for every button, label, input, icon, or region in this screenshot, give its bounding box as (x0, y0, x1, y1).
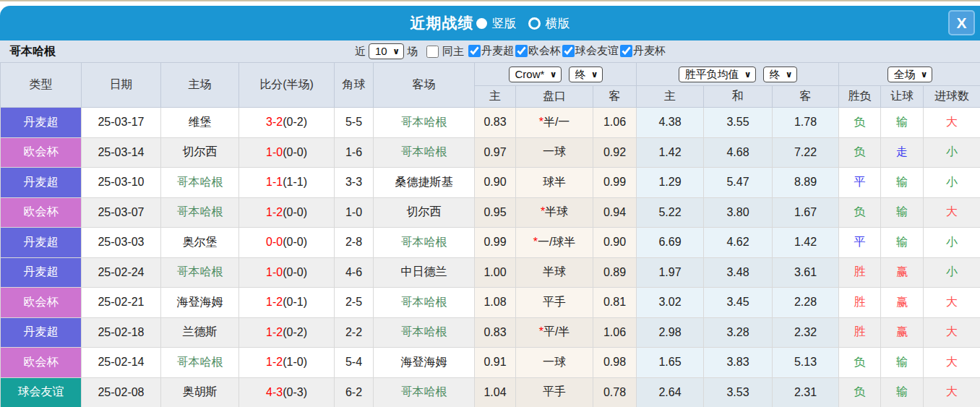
handicap-cell: 平手 (516, 377, 593, 407)
crown-home-odds: 0.97 (475, 137, 516, 168)
away-team: 切尔西 (374, 197, 475, 228)
league-filter-checkbox[interactable] (468, 45, 481, 57)
avg-win-odds: 4.38 (637, 108, 704, 138)
crown-home-odds: 0.90 (475, 168, 516, 198)
bookmaker-select[interactable]: Crow* (510, 67, 561, 82)
modal-titlebar: 近期战绩 竖版 横版 X (0, 6, 980, 40)
result-wdl: 胜 (839, 317, 881, 348)
page-top-edge (0, 0, 980, 6)
league-filter-checkbox[interactable] (620, 45, 632, 57)
crown-away-odds: 0.89 (593, 257, 637, 288)
avg-draw-odds: 4.68 (704, 137, 773, 168)
league-filter: 欧会杯 (514, 44, 561, 58)
bookmaker-header-group: Crow* 终 (475, 63, 637, 86)
avg-period-select[interactable]: 终 (764, 67, 796, 82)
league-filter-label[interactable]: 球会友谊 (575, 44, 619, 58)
avg-lose-odds: 1.78 (773, 108, 839, 138)
corner-cell: 5-4 (335, 348, 374, 378)
score-cell: 1-0(0-0) (239, 137, 335, 168)
league-filter: 丹麦超 (467, 44, 514, 58)
subheader-crown-home: 主 (475, 86, 516, 108)
result-handicap: 赢 (881, 288, 924, 318)
avg-draw-odds: 3.80 (704, 197, 773, 228)
score-cell: 1-1(1-1) (239, 168, 335, 198)
scope-select[interactable]: 全场 (888, 67, 932, 82)
avg-lose-odds: 7.22 (773, 137, 839, 168)
result-wdl: 负 (839, 197, 881, 228)
horizontal-layout-radio-icon[interactable] (528, 17, 541, 30)
avg-win-odds: 5.22 (637, 197, 704, 228)
avg-win-odds: 6.69 (637, 228, 704, 258)
handicap-cell: 半球 (516, 257, 593, 288)
result-goals: 小 (924, 257, 980, 288)
bookmaker-select-wrap: Crow* (509, 67, 562, 82)
result-wdl: 负 (839, 108, 881, 138)
handicap-cell: *半球 (516, 197, 593, 228)
result-handicap: 输 (881, 348, 924, 378)
handicap-cell: *半/一 (516, 108, 593, 138)
crown-home-odds: 0.91 (475, 348, 516, 378)
away-team: 哥本哈根 (374, 377, 475, 407)
avg-odds-select[interactable]: 胜平负均值 (679, 67, 755, 82)
bookmaker-period-select[interactable]: 终 (569, 67, 602, 82)
vertical-layout-option[interactable]: 竖版 (492, 15, 517, 32)
avg-win-odds: 1.65 (637, 348, 704, 378)
home-team: 奥尔堡 (161, 228, 239, 258)
results-table: 类型 日期 主场 比分(半场) 角球 客场 Crow* 终 胜平负均值 终 (0, 62, 980, 407)
subheader-handicap: 盘口 (516, 86, 593, 108)
crown-away-odds: 0.94 (593, 197, 637, 228)
league-filter: 丹麦杯 (619, 44, 666, 58)
recent-count-select[interactable]: 10 (369, 44, 403, 59)
close-icon[interactable]: X (948, 10, 975, 35)
league-filter: 球会友谊 (561, 44, 619, 58)
corner-cell: 2-2 (335, 317, 374, 348)
subheader-avg-draw: 和 (704, 86, 773, 108)
league-filter-checkbox[interactable] (515, 45, 528, 57)
table-row: 欧会杯25-03-14切尔西1-0(0-0)1-6哥本哈根0.97一球0.921… (1, 137, 980, 168)
results-table-header: 类型 日期 主场 比分(半场) 角球 客场 Crow* 终 胜平负均值 终 (1, 63, 980, 108)
vertical-layout-radio-icon[interactable] (476, 18, 487, 29)
handicap-cell: 球半 (516, 168, 593, 198)
league-badge: 欧会杯 (1, 348, 82, 378)
home-team: 切尔西 (161, 137, 239, 168)
table-row: 丹麦超25-03-03奥尔堡0-0(0-0)2-8哥本哈根0.99*一/球半0.… (1, 228, 980, 258)
home-team: 哥本哈根 (161, 168, 239, 198)
avg-draw-odds: 3.48 (704, 257, 773, 288)
horizontal-layout-option[interactable]: 横版 (546, 15, 570, 32)
league-filter-checkbox[interactable] (562, 45, 575, 57)
same-home-label: 同主 (442, 45, 464, 59)
score-cell: 1-2(1-0) (239, 348, 335, 378)
bookmaker-period-select-wrap: 终 (569, 67, 603, 82)
result-handicap: 输 (881, 228, 924, 258)
matches-label: 场 (407, 45, 418, 59)
avg-lose-odds: 2.32 (773, 317, 839, 348)
result-goals: 大 (924, 108, 980, 138)
league-badge: 丹麦超 (1, 317, 82, 348)
avg-win-odds: 3.02 (637, 288, 704, 318)
table-row: 欧会杯25-02-14哥本哈根1-2(1-0)5-4海登海姆0.91一球0.98… (1, 348, 980, 378)
avg-draw-odds: 3.83 (704, 348, 773, 378)
away-team: 哥本哈根 (374, 137, 475, 168)
corner-cell: 1-6 (335, 137, 374, 168)
handicap-cell: 平手 (516, 288, 593, 318)
score-cell: 1-0(0-0) (239, 257, 335, 288)
crown-home-odds: 0.83 (475, 108, 516, 138)
table-row: 丹麦超25-02-24哥本哈根1-0(0-0)4-6中日德兰1.00半球0.89… (1, 257, 980, 288)
col-header-type: 类型 (1, 63, 82, 108)
table-row: 球会友谊25-02-08奥胡斯4-3(0-3)6-2哥本哈根1.04平手0.78… (1, 377, 980, 407)
same-home-checkbox[interactable] (426, 46, 439, 58)
result-handicap: 输 (881, 108, 924, 138)
league-filter-label[interactable]: 丹麦杯 (633, 44, 666, 58)
avg-odds-select-wrap: 胜平负均值 (679, 67, 756, 82)
avg-lose-odds: 2.31 (773, 377, 839, 407)
recent-label: 近 (355, 45, 366, 59)
league-filter-label[interactable]: 丹麦超 (481, 44, 514, 58)
home-team: 哥本哈根 (161, 348, 239, 378)
league-badge: 球会友谊 (1, 377, 82, 407)
handicap-cell: *平/半 (516, 317, 593, 348)
result-goals: 小 (924, 228, 980, 258)
col-header-home: 主场 (161, 63, 239, 108)
result-goals: 大 (924, 288, 980, 318)
crown-away-odds: 1.06 (593, 108, 637, 138)
league-filter-label[interactable]: 欧会杯 (528, 44, 561, 58)
